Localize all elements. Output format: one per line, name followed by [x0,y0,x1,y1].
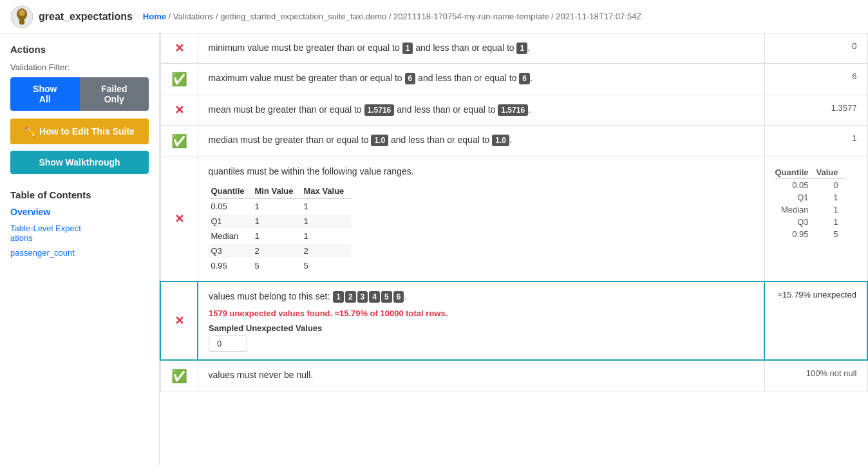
validation-filter-label: Validation Filter: [10,62,149,72]
set-badge-3: 3 [357,291,368,303]
result-row: Median1 [775,204,846,216]
status-cell-null: ✅ [160,360,198,392]
result-cell-null: 100% not null [764,360,867,392]
error-message: 1579 unexpected values found. ≈15.79% of… [209,308,753,318]
table-row-highlighted: ✕ values must belong to this set: 123456… [160,281,867,360]
breadcrumb-home[interactable]: Home [143,12,166,21]
table-row: ✕ mean must be greater than or equal to … [160,95,867,126]
set-badge-2: 2 [345,291,356,303]
status-cell: ✕ [160,157,198,282]
description-text: mean must be greater than or equal to 1.… [209,104,531,115]
logo-icon [10,5,33,28]
result-approx: ≈15.79% unexpected [778,290,856,299]
edit-icon: ✏️ [24,126,35,137]
walkthrough-button[interactable]: Show Walkthrough [10,151,149,174]
badge: 6 [519,73,530,84]
fail-icon: ✕ [175,213,184,225]
result-cell: 1.3577 [764,95,867,126]
status-cell: ✅ [160,64,198,95]
pass-icon: ✅ [171,369,187,383]
set-badge-4: 4 [369,291,380,303]
breadcrumb-path: / Validations / getting_started_expectat… [166,12,641,21]
unexpected-value: 0 [209,336,247,352]
toc-title: Table of Contents [10,189,149,200]
quantile-row-0.95: 0.9555 [209,258,352,273]
show-all-button[interactable]: ShowAll [10,77,80,111]
pass-icon: ✅ [171,134,187,148]
pass-icon: ✅ [171,72,187,86]
badge: 1.5716 [364,104,395,116]
description-text: maximum value must be greater than or eq… [209,73,533,83]
status-cell: ✕ [160,95,198,126]
header: great_expectations Home / Validations / … [0,0,868,33]
fail-icon: ✕ [175,314,184,327]
svg-rect-3 [19,18,24,24]
breadcrumb: Home / Validations / getting_started_exp… [143,12,641,21]
result-row: 0.955 [775,228,846,240]
toc-link-table-level[interactable]: Table-Level Expectations [10,223,81,243]
set-desc-prefix: values must belong to this set: [209,291,330,301]
result-cell-highlighted: ≈15.79% unexpected [764,281,867,360]
badge: 1 [516,43,527,54]
description-cell: mean must be greater than or equal to 1.… [198,95,764,126]
set-badge-1: 1 [333,291,344,303]
quantile-row-q1: Q111 [209,214,352,229]
result-row: Q31 [775,216,846,228]
actions-section: Actions Validation Filter: ShowAll Faile… [10,44,149,174]
quantile-desc: quantiles must be within the following v… [209,165,754,178]
badge: 1.0 [492,135,509,146]
svg-point-2 [19,10,25,16]
null-description: values must never be null. [209,370,314,380]
edit-suite-button[interactable]: ✏️ How to Edit This Suite [10,119,149,144]
toc-item-passenger-count[interactable]: passenger_count [10,245,149,260]
status-cell-highlighted: ✕ [160,281,198,360]
toc-section: Table of Contents Overview Table-Level E… [10,189,149,260]
unexpected-box: Sampled Unexpected Values 0 [209,323,753,352]
result-quantile-table: Quantile Value 0.050 Q11 Median1 Q31 0.9… [775,166,846,240]
failed-only-button[interactable]: FailedOnly [80,77,149,111]
toc-link-passenger-count[interactable]: passenger_count [10,248,75,258]
quantile-inner-table: Quantile Min Value Max Value 0.0511 Q111… [209,184,352,273]
status-cell: ✕ [160,33,198,64]
description-cell: minimum value must be greater than or eq… [198,33,764,64]
col-header-quantile: Quantile [209,184,252,199]
col-header-min: Min Value [252,184,301,199]
col-header-max: Max Value [301,184,352,199]
filter-buttons: ShowAll FailedOnly [10,77,149,111]
quantile-row-median: Median11 [209,229,352,243]
result-cell: 1 [764,126,867,157]
fail-icon: ✕ [175,42,184,55]
toc-overview[interactable]: Overview [10,207,149,217]
set-description: values must belong to this set: 123456. [209,290,753,303]
toc-item-table-level[interactable]: Table-Level Expectations [10,221,149,245]
result-row: 0.050 [775,179,846,192]
set-badge-6: 6 [393,291,404,303]
table-row-quantiles: ✕ quantiles must be within the following… [160,157,867,282]
validation-table: ✕ minimum value must be greater than or … [160,33,868,392]
result-row: Q11 [775,191,846,204]
quantile-row-q3: Q322 [209,243,352,258]
sidebar: Actions Validation Filter: ShowAll Faile… [0,33,160,465]
description-text: minimum value must be greater than or eq… [209,43,531,53]
description-cell: maximum value must be greater than or eq… [198,64,764,95]
badge: 6 [405,73,416,84]
table-row-null: ✅ values must never be null. 100% not nu… [160,360,867,392]
description-cell-null: values must never be null. [198,360,764,392]
content-area: ✕ minimum value must be greater than or … [160,33,868,465]
description-cell: median must be greater than or equal to … [198,126,764,157]
main-layout: Actions Validation Filter: ShowAll Faile… [0,33,868,465]
table-row: ✅ median must be greater than or equal t… [160,126,867,157]
table-row: ✕ minimum value must be greater than or … [160,33,867,64]
description-cell-quantiles: quantiles must be within the following v… [198,157,764,282]
table-row: ✅ maximum value must be greater than or … [160,64,867,95]
status-cell: ✅ [160,126,198,157]
badge: 1.0 [371,135,388,146]
set-badge-5: 5 [381,291,392,303]
description-text: median must be greater than or equal to … [209,135,512,145]
unexpected-label: Sampled Unexpected Values [209,323,753,333]
quantile-row-0.05: 0.0511 [209,199,352,214]
badge: 1 [402,43,413,54]
logo-text: great_expectations [39,11,133,23]
badge: 1.5716 [498,104,528,116]
result-cell: 6 [764,64,867,95]
